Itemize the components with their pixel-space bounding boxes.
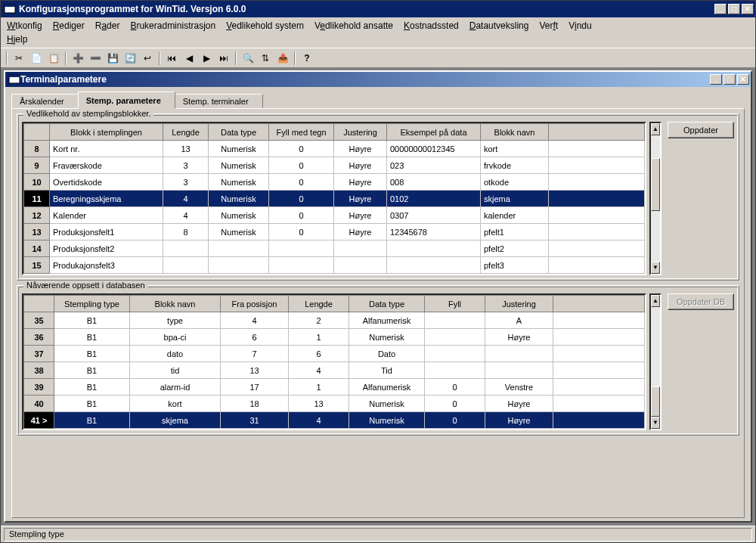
child-close-button[interactable]: ✕	[737, 74, 749, 85]
col-fyll[interactable]: Fyll med tegn	[269, 124, 334, 141]
cell[interactable]: B1	[54, 346, 130, 362]
menu-rader[interactable]: Rader	[95, 20, 120, 31]
minimize-button[interactable]: _	[714, 4, 727, 14]
table-row[interactable]: 41 >B1skjema314Numerisk0Høyre	[24, 412, 645, 429]
scroll-down-icon[interactable]: ▼	[651, 417, 660, 429]
cell[interactable]: alarm-id	[130, 379, 221, 396]
cell[interactable]: skjema	[481, 191, 549, 207]
cell[interactable]: 31	[221, 412, 289, 429]
cell[interactable]: Produkajonsfelt3	[50, 257, 163, 274]
row-header[interactable]: 13	[24, 224, 50, 240]
cell[interactable]: pfelt3	[481, 257, 549, 274]
row-header[interactable]: 37	[24, 346, 54, 362]
cell[interactable]: Numerisk	[349, 396, 425, 412]
menu-kostnadssted[interactable]: Kostnadssted	[404, 20, 459, 31]
cell[interactable]: 12345678	[387, 224, 481, 240]
cell[interactable]: 4	[221, 312, 289, 329]
cell[interactable]: 0	[425, 396, 485, 412]
cell[interactable]: 4	[163, 191, 209, 207]
cell[interactable]: 4	[289, 412, 349, 429]
cell[interactable]: 0307	[387, 207, 481, 224]
cell[interactable]: 0	[269, 141, 334, 157]
menu-datautveksling[interactable]: Datautveksling	[469, 20, 529, 31]
menu-rediger[interactable]: Rediger	[53, 20, 85, 31]
titlebar[interactable]: Konfigurasjonsprogrammet for WinTid. Ver…	[1, 1, 755, 17]
tab-stemp-terminaler[interactable]: Stemp. terminaler	[175, 94, 263, 108]
refresh-icon[interactable]: 🔄	[122, 50, 138, 67]
child-minimize-button[interactable]: _	[710, 74, 722, 85]
cell[interactable]: 8	[163, 224, 209, 240]
cell[interactable]: 0102	[387, 191, 481, 207]
table-row[interactable]: 35B1type42AlfanumeriskA	[24, 312, 645, 329]
cell[interactable]: frvkode	[481, 157, 549, 174]
cell[interactable]: bpa-ci	[130, 329, 221, 346]
cell[interactable]: Numerisk	[209, 157, 269, 174]
row-header[interactable]: 11	[24, 191, 50, 207]
sort-icon[interactable]: ⇅	[257, 50, 274, 67]
cell[interactable]: type	[130, 312, 221, 329]
cell[interactable]: 0	[269, 207, 334, 224]
cell[interactable]: 1	[289, 379, 349, 396]
table-row[interactable]: 9Fraværskode3Numerisk0Høyre023frvkode	[24, 157, 645, 174]
cell[interactable]: Numerisk	[209, 191, 269, 207]
col-justering[interactable]: Justering	[334, 124, 387, 141]
cell[interactable]: Overtidskode	[50, 174, 163, 191]
cell[interactable]: 3	[163, 174, 209, 191]
col-blokk[interactable]: Blokk i stemplingen	[50, 124, 163, 141]
cell[interactable]	[334, 257, 387, 274]
paste-icon[interactable]: 📋	[45, 50, 62, 67]
cell[interactable]	[334, 240, 387, 257]
prev-icon[interactable]: ◀	[181, 50, 197, 67]
cell[interactable]: otkode	[481, 174, 549, 191]
col2-blokknavn[interactable]: Blokk navn	[130, 296, 221, 312]
row-header[interactable]: 8	[24, 141, 50, 157]
cell[interactable]: B1	[54, 396, 130, 412]
cell[interactable]: 0	[269, 157, 334, 174]
col2-fyll[interactable]: Fyll	[425, 296, 485, 312]
child-maximize-button[interactable]: □	[723, 74, 736, 85]
col-eksempel[interactable]: Eksempel på data	[387, 124, 481, 141]
oppdater-button[interactable]: Oppdater	[668, 122, 734, 138]
tab-stemp-parametere[interactable]: Stemp. parametere	[78, 92, 175, 109]
col-lengde[interactable]: Lengde	[163, 124, 209, 141]
col2-stempling-type[interactable]: Stempling type	[54, 296, 130, 312]
cell[interactable]: Høyre	[334, 191, 387, 207]
table-row[interactable]: 38B1tid134Tid	[24, 362, 645, 379]
cell[interactable]: Fraværskode	[50, 157, 163, 174]
scroll-up-icon[interactable]: ▲	[651, 295, 660, 307]
export-icon[interactable]: 📤	[274, 50, 291, 67]
cell[interactable]: 4	[289, 362, 349, 379]
row-header[interactable]: 38	[24, 362, 54, 379]
cell[interactable]	[163, 257, 209, 274]
cell[interactable]	[269, 240, 334, 257]
cell[interactable]: Alfanumerisk	[349, 379, 425, 396]
cell[interactable]: skjema	[130, 412, 221, 429]
col2-fra-posisjon[interactable]: Fra posisjon	[221, 296, 289, 312]
row-header[interactable]: 14	[24, 240, 50, 257]
col2-justering[interactable]: Justering	[485, 296, 553, 312]
cell[interactable]: Numerisk	[349, 329, 425, 346]
cell[interactable]: 0	[269, 191, 334, 207]
cell[interactable]: Høyre	[485, 412, 553, 429]
cell[interactable]: Dato	[349, 346, 425, 362]
cell[interactable]: Høyre	[334, 141, 387, 157]
cell[interactable]	[425, 362, 485, 379]
row-header[interactable]: 9	[24, 157, 50, 174]
table-row[interactable]: 10Overtidskode3Numerisk0Høyre008otkode	[24, 174, 645, 191]
menu-vedlikehold-system[interactable]: Vedlikehold system	[226, 20, 304, 31]
row-header[interactable]: 41 >	[24, 412, 54, 429]
cell[interactable]: kort	[130, 396, 221, 412]
menu-wtkonfig[interactable]: Wtkonfig	[7, 20, 42, 31]
cell[interactable]: Høyre	[334, 224, 387, 240]
cell[interactable]: kort	[481, 141, 549, 157]
row-header[interactable]: 40	[24, 396, 54, 412]
menu-brukeradministrasjon[interactable]: Brukeradministrasjon	[130, 20, 215, 31]
scroll-up-icon[interactable]: ▲	[651, 123, 660, 135]
cell[interactable]: 0	[425, 379, 485, 396]
next-icon[interactable]: ▶	[198, 50, 215, 67]
cell[interactable]: 3	[163, 157, 209, 174]
cell[interactable]: Numerisk	[209, 224, 269, 240]
table-row[interactable]: 37B1dato76Dato	[24, 346, 645, 362]
cell[interactable]: Numerisk	[209, 207, 269, 224]
cell[interactable]: 13	[289, 396, 349, 412]
